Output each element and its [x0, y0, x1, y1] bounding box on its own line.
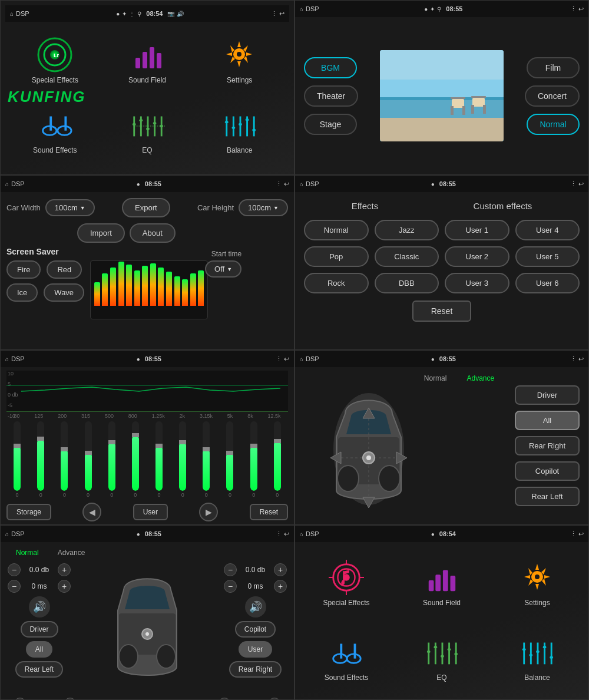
import-btn[interactable]: Import — [77, 223, 125, 243]
eq-storage-btn[interactable]: Storage — [6, 504, 51, 520]
more-icon-p2[interactable]: ⋮ — [570, 5, 577, 13]
home-icon-p8[interactable]: ⌂ — [300, 531, 303, 537]
left-db-minus[interactable]: − — [8, 563, 21, 576]
bgm-btn-theater[interactable]: Theater — [304, 85, 358, 107]
bgm-btn-concert[interactable]: Concert — [525, 85, 580, 107]
eq-reset-btn[interactable]: Reset — [250, 504, 288, 520]
effect-jazz[interactable]: Jazz — [375, 220, 439, 240]
menu-item-settings[interactable]: Settings — [194, 27, 284, 95]
eq-track-4[interactable] — [85, 421, 92, 491]
eq-slider-9[interactable]: 0 — [203, 421, 210, 498]
saver-red-btn[interactable]: Red — [47, 260, 82, 279]
export-btn[interactable]: Export — [122, 198, 170, 217]
eq-track-6[interactable] — [132, 421, 139, 491]
eq-slider-11[interactable]: 0 — [250, 421, 257, 498]
eq-slider-1[interactable]: 0 — [14, 421, 21, 498]
back-icon-p6[interactable]: ↩ — [578, 355, 584, 363]
cross-normal-tab[interactable]: Normal — [8, 547, 47, 559]
eq-slider-6[interactable]: 0 — [132, 421, 139, 498]
right-ms-plus[interactable]: + — [274, 580, 287, 593]
br-db-plus[interactable]: + — [268, 698, 281, 700]
start-time-dropdown[interactable]: Off — [205, 260, 241, 278]
eq-track-5[interactable] — [108, 421, 115, 491]
eq-slider-8[interactable]: 0 — [179, 421, 186, 498]
eq-track-9[interactable] — [203, 421, 210, 491]
more-icon-p3[interactable]: ⋮ — [276, 180, 282, 188]
back-icon-p3[interactable]: ↩ — [284, 180, 289, 188]
left-ms-plus[interactable]: + — [58, 580, 71, 593]
back-icon-p7[interactable]: ↩ — [284, 530, 289, 538]
back-icon-p8[interactable]: ↩ — [578, 530, 584, 538]
copilot-pos-btn[interactable]: Copilot — [235, 621, 276, 638]
menu-item-sound-effects[interactable]: Sound Effects — [10, 97, 100, 166]
back-icon[interactable]: ↩ — [279, 10, 284, 18]
menu2-item-eq[interactable]: EQ — [395, 622, 488, 695]
car-driver-btn[interactable]: Driver — [515, 385, 580, 405]
effect-user6[interactable]: User 6 — [515, 273, 580, 293]
car-rear-left-btn[interactable]: Rear Left — [515, 487, 580, 506]
eq-track-12[interactable] — [274, 421, 281, 491]
user-pos-btn[interactable]: User — [239, 641, 272, 658]
home-icon-p7[interactable]: ⌂ — [5, 531, 9, 537]
car-rear-right-btn[interactable]: Rear Right — [515, 436, 580, 455]
back-icon-p4[interactable]: ↩ — [578, 180, 584, 188]
effect-pop[interactable]: Pop — [304, 246, 369, 267]
eq-track-2[interactable] — [37, 421, 44, 491]
more-icon-p5[interactable]: ⋮ — [276, 355, 282, 363]
menu-item-special-effects[interactable]: Lr Special Effects — [10, 27, 100, 95]
home-icon[interactable]: ⌂ — [10, 11, 14, 17]
right-db-plus[interactable]: + — [274, 563, 287, 576]
menu2-item-settings[interactable]: Settings — [491, 547, 584, 620]
home-icon-p4[interactable]: ⌂ — [300, 181, 303, 187]
right-ms-minus[interactable]: − — [224, 580, 237, 593]
eq-slider-4[interactable]: 0 — [85, 421, 92, 498]
saver-fire-btn[interactable]: Fire — [6, 260, 41, 279]
menu2-item-balance[interactable]: Balance — [491, 622, 584, 695]
eq-slider-7[interactable]: 0 — [155, 421, 163, 498]
cross-advance-tab[interactable]: Advance — [49, 547, 94, 559]
br-db-minus[interactable]: − — [218, 698, 231, 700]
home-icon-p2[interactable]: ⌂ — [300, 6, 303, 12]
effect-normal[interactable]: Normal — [304, 220, 369, 240]
driver-pos-btn[interactable]: Driver — [21, 621, 58, 638]
menu2-item-special-effects[interactable]: Special Effects — [300, 547, 393, 620]
bgm-btn-normal[interactable]: Normal — [527, 114, 580, 135]
car-all-btn[interactable]: All — [515, 411, 580, 430]
more-icon-p4[interactable]: ⋮ — [570, 180, 577, 188]
bgm-btn-bgm[interactable]: BGM — [304, 57, 357, 78]
more-icon-p8[interactable]: ⋮ — [570, 530, 577, 538]
eq-track-1[interactable] — [14, 421, 21, 491]
left-db-plus[interactable]: + — [58, 563, 71, 576]
effect-rock[interactable]: Rock — [304, 273, 369, 293]
menu2-item-sound-field[interactable]: Sound Field — [395, 547, 488, 620]
home-icon-p6[interactable]: ⌂ — [300, 356, 303, 362]
left-ms-minus[interactable]: − — [8, 580, 21, 593]
saver-wave-btn[interactable]: Wave — [44, 283, 84, 302]
saver-ice-btn[interactable]: Ice — [6, 283, 38, 302]
effects-reset-btn[interactable]: Reset — [412, 301, 472, 322]
eq-track-3[interactable] — [61, 421, 68, 491]
eq-slider-2[interactable]: 0 — [37, 421, 44, 498]
menu-item-balance[interactable]: Balance — [194, 97, 284, 166]
car-mode-advance-tab[interactable]: Advance — [458, 372, 502, 385]
bgm-btn-film[interactable]: Film — [527, 57, 580, 78]
car-width-dropdown[interactable]: 100cm — [45, 199, 95, 216]
effect-user4[interactable]: User 4 — [515, 220, 580, 240]
menu2-item-sound-effects[interactable]: Sound Effects — [300, 622, 393, 695]
more-icon-p7[interactable]: ⋮ — [276, 530, 282, 538]
bl-db-plus[interactable]: + — [64, 698, 77, 700]
effect-user3[interactable]: User 3 — [445, 273, 509, 293]
car-copilot-btn[interactable]: Copilot — [515, 461, 580, 481]
eq-next-btn[interactable]: ▶ — [199, 503, 218, 521]
all-pos-btn[interactable]: All — [26, 641, 52, 658]
rear-left-pos-btn[interactable]: Rear Left — [15, 661, 63, 678]
menu-item-sound-field[interactable]: Sound Field — [102, 27, 193, 95]
bl-db-minus[interactable]: − — [14, 698, 27, 700]
eq-slider-3[interactable]: 0 — [61, 421, 68, 498]
back-icon-p5[interactable]: ↩ — [284, 355, 289, 363]
about-btn[interactable]: About — [130, 223, 176, 243]
eq-track-10[interactable] — [226, 421, 233, 491]
eq-track-8[interactable] — [179, 421, 186, 491]
eq-slider-5[interactable]: 0 — [108, 421, 115, 498]
home-icon-p3[interactable]: ⌂ — [5, 181, 9, 187]
